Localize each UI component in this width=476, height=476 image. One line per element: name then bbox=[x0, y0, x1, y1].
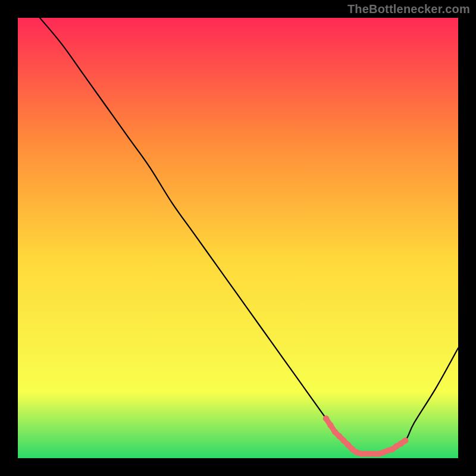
chart-canvas bbox=[18, 18, 458, 458]
highlight-dot bbox=[323, 415, 329, 421]
highlight-dot bbox=[332, 428, 338, 434]
chart-background bbox=[18, 18, 458, 458]
watermark-text: TheBottlenecker.com bbox=[347, 2, 470, 16]
chart-plot-area bbox=[18, 18, 458, 458]
highlight-dot bbox=[402, 437, 408, 443]
chart-frame: TheBottlenecker.com bbox=[0, 0, 476, 476]
highlight-dot bbox=[340, 437, 346, 443]
highlight-dot bbox=[327, 422, 333, 428]
highlight-dot bbox=[345, 442, 351, 448]
highlight-dot bbox=[336, 433, 342, 439]
